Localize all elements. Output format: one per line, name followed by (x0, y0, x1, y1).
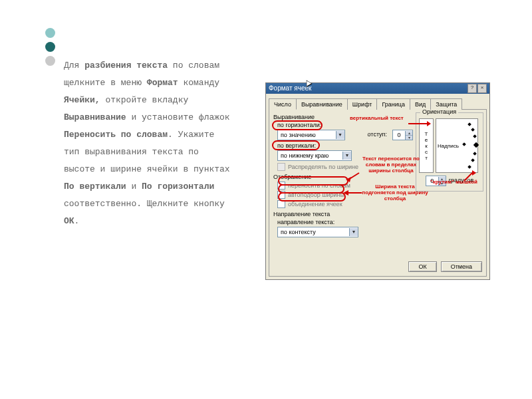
ok-button[interactable]: ОК (408, 261, 436, 272)
wrap-checkbox[interactable]: переносить по словам (277, 182, 413, 190)
spinner-down-icon[interactable]: ▾ (439, 182, 446, 186)
tab-view[interactable]: Вид (410, 98, 431, 110)
indent-spinner[interactable]: 0 ▴▾ (392, 130, 413, 140)
dot-teal (45, 28, 55, 38)
display-legend: Отображение (273, 174, 413, 180)
horizontal-label: по горизонтали: (277, 122, 413, 128)
dialog-titlebar: Формат ячеек ? × (266, 83, 489, 94)
instruction-text: Для разбиения текста по словам щелкните … (64, 57, 230, 230)
chevron-down-icon: ▼ (336, 131, 344, 139)
spinner-up-icon[interactable]: ▴ (439, 177, 446, 182)
degrees-spinner[interactable]: 0 ▴▾ (426, 176, 446, 186)
indent-label: отступ: (368, 131, 387, 138)
tab-protection[interactable]: Защита (430, 98, 462, 110)
checkbox-icon (277, 182, 285, 190)
checkbox-icon (277, 200, 285, 208)
spinner-up-icon[interactable]: ▴ (406, 131, 412, 136)
tab-border[interactable]: Граница (376, 98, 410, 110)
orientation-dial[interactable]: Надпись (436, 118, 478, 173)
tab-font[interactable]: Шрифт (347, 98, 378, 110)
checkbox-icon (277, 191, 285, 199)
cancel-button[interactable]: Отмена (441, 261, 482, 272)
vertical-combo[interactable]: по нижнему краю ▼ (277, 150, 352, 161)
tab-number[interactable]: Число (269, 98, 297, 110)
merge-checkbox[interactable]: объединение ячеек (277, 200, 413, 208)
tabstrip: Число Выравнивание Шрифт Граница Вид Защ… (269, 98, 487, 110)
chevron-down-icon: ▼ (342, 152, 351, 160)
horizontal-combo[interactable]: по значению ▼ (277, 130, 345, 140)
close-button[interactable]: × (477, 84, 487, 93)
direction-label: направление текста: (277, 219, 413, 225)
vertical-label: по вертикали: (277, 142, 413, 149)
dot-grey (45, 56, 55, 66)
help-button[interactable]: ? (467, 84, 477, 93)
degrees-label: градусов (449, 177, 473, 184)
alignment-legend: Выравнивание (273, 114, 413, 120)
vertical-text-button[interactable]: Т е к с т (419, 118, 434, 173)
tab-alignment[interactable]: Выравнивание (296, 98, 348, 110)
dot-darkteal (45, 42, 55, 52)
tab-panel: Выравнивание по горизонтали: по значению… (269, 110, 487, 277)
chevron-down-icon: ▼ (349, 228, 358, 236)
spinner-down-icon[interactable]: ▾ (406, 136, 412, 140)
direction-legend: Направление текста (273, 211, 413, 217)
checkbox-icon (277, 163, 285, 171)
format-cells-dialog: Формат ячеек ? × Число Выравнивание Шриф… (265, 82, 490, 280)
autofit-checkbox[interactable]: автоподбор ширины (277, 191, 413, 199)
distribute-checkbox[interactable]: Распределять по ширине (277, 163, 413, 171)
direction-combo[interactable]: по контексту ▼ (277, 227, 358, 237)
bullet-dots (45, 28, 55, 70)
orientation-group: Ориентация Т е к с т Надпись (416, 112, 483, 192)
